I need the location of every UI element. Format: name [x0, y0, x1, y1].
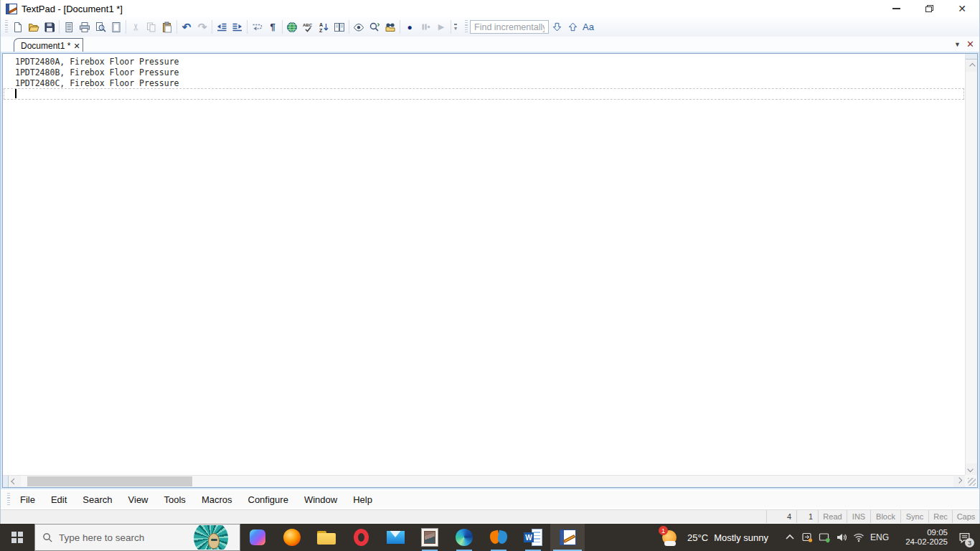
spell-check-button[interactable]: ABC [300, 19, 316, 35]
photo-viewer-icon [421, 528, 438, 547]
menu-help[interactable]: Help [345, 492, 380, 507]
tabbar-close-button[interactable]: ✕ [966, 39, 974, 50]
tray-sync-app-button[interactable] [798, 524, 816, 551]
taskbar-weather[interactable]: 1 25°C Mostly sunny [660, 528, 768, 547]
record-macro-button[interactable]: ● [402, 19, 418, 35]
tray-wifi-button[interactable] [850, 524, 867, 551]
minimize-button[interactable] [885, 0, 908, 17]
word-wrap-icon [251, 22, 263, 33]
menu-edit[interactable]: Edit [43, 492, 75, 507]
horizontal-scrollbar[interactable] [3, 475, 965, 487]
scroll-down-button[interactable] [966, 463, 977, 475]
tab-document1[interactable]: Document1 * ✕ [14, 38, 83, 53]
find-incrementally-input[interactable] [470, 20, 549, 34]
status-flag-sync[interactable]: Sync [900, 510, 928, 523]
unindent-icon [216, 22, 227, 33]
status-flag-caps[interactable]: Caps [952, 510, 979, 523]
weather-sun-icon: 1 [660, 528, 682, 547]
horizontal-scroll-thumb[interactable] [27, 476, 192, 486]
tab-list-dropdown[interactable]: ▼ [954, 41, 961, 48]
find-next-up-button[interactable] [565, 19, 580, 35]
taskbar-search[interactable] [34, 524, 240, 551]
language-indicator[interactable]: ENG [867, 532, 892, 542]
print-preview-button[interactable] [93, 19, 108, 35]
taskbar-app-textpad[interactable] [550, 524, 585, 551]
taskbar-clock[interactable]: 09:05 24-02-2025 [892, 528, 948, 547]
tab-close-icon[interactable]: ✕ [73, 42, 80, 51]
text-editor[interactable]: 1PDT2480A, Firebox Floor Pressure 1PDT24… [3, 54, 965, 475]
save-button[interactable] [42, 19, 57, 35]
tray-volume-button[interactable] [833, 524, 850, 551]
resize-grip[interactable] [965, 475, 977, 487]
undo-button[interactable]: ↶ [179, 19, 194, 35]
find-in-files-button[interactable] [382, 19, 398, 35]
menu-file[interactable]: File [12, 492, 43, 507]
paste-button[interactable] [159, 19, 175, 35]
split-window-handle[interactable] [966, 54, 977, 60]
cut-button[interactable]: ✂ [128, 19, 143, 35]
menubar-drag-handle[interactable] [7, 493, 10, 507]
tray-overflow-button[interactable] [781, 524, 798, 551]
taskbar-app-mail[interactable] [378, 524, 413, 551]
close-button[interactable]: ✕ [951, 0, 974, 17]
page-outline-button[interactable] [108, 19, 124, 35]
match-case-button[interactable]: Aa [580, 19, 596, 35]
taskbar-app-word[interactable]: W [516, 524, 550, 551]
view-button[interactable] [351, 19, 367, 35]
menu-view[interactable]: View [121, 492, 156, 507]
search-toolbar-drag-handle[interactable] [465, 20, 468, 34]
play-macro-button[interactable]: ▶ [433, 19, 449, 35]
toolbar-drag-handle[interactable] [5, 20, 8, 34]
taskbar-app-file-explorer[interactable] [309, 524, 344, 551]
status-flag-rec[interactable]: Rec [928, 510, 952, 523]
new-document-button[interactable] [10, 19, 26, 35]
taskbar-app-edge[interactable] [447, 524, 481, 551]
toolbar-separator [176, 20, 177, 34]
menu-tools[interactable]: Tools [156, 492, 194, 507]
split-window-handle[interactable] [3, 476, 9, 487]
pause-macro-button[interactable] [418, 19, 433, 35]
menu-window[interactable]: Window [296, 492, 345, 507]
search-options-button[interactable] [367, 19, 382, 35]
menu-macros[interactable]: Macros [194, 492, 240, 507]
menu-configure[interactable]: Configure [240, 492, 296, 507]
word-icon: W [524, 529, 542, 546]
copy-button[interactable] [143, 19, 159, 35]
vertical-scrollbar[interactable] [965, 54, 977, 475]
menu-search[interactable]: Search [75, 492, 120, 507]
taskbar-app-opera[interactable] [344, 524, 378, 551]
tray-security-button[interactable] [816, 524, 833, 551]
show-whitespace-button[interactable]: ¶ [265, 19, 281, 35]
start-button[interactable] [0, 524, 34, 551]
unindent-button[interactable] [214, 19, 230, 35]
status-flag-block[interactable]: Block [870, 510, 900, 523]
toolbar-overflow-button[interactable]: ▾ [454, 24, 457, 31]
taskbar-app-firefox[interactable] [275, 524, 309, 551]
taskbar-app-copilot[interactable] [240, 524, 275, 551]
copy-icon [146, 22, 157, 33]
find-next-down-button[interactable] [549, 19, 565, 35]
arrow-down-icon [552, 22, 562, 32]
text-cursor [15, 89, 17, 98]
play-icon: ▶ [438, 23, 444, 31]
indent-button[interactable] [230, 19, 245, 35]
taskbar-app-thunderbird[interactable] [481, 524, 516, 551]
taskbar-app-photo-viewer[interactable] [413, 524, 447, 551]
print-button[interactable] [77, 19, 93, 35]
search-input[interactable] [59, 532, 166, 543]
restore-button[interactable] [918, 0, 941, 17]
scroll-right-button[interactable] [953, 476, 965, 487]
scroll-up-button[interactable] [966, 60, 977, 72]
status-flag-read[interactable]: Read [818, 510, 847, 523]
sort-button[interactable]: AZ [316, 19, 331, 35]
scroll-left-button[interactable] [9, 476, 21, 487]
redo-button[interactable]: ↷ [194, 19, 210, 35]
wifi-icon [853, 532, 864, 543]
word-wrap-button[interactable] [249, 19, 265, 35]
document-properties-button[interactable] [61, 19, 77, 35]
compare-files-button[interactable] [331, 19, 347, 35]
action-center-button[interactable]: 3 [952, 524, 976, 551]
open-file-button[interactable] [26, 19, 42, 35]
browser-preview-button[interactable] [284, 19, 300, 35]
status-flag-ins[interactable]: INS [847, 510, 870, 523]
